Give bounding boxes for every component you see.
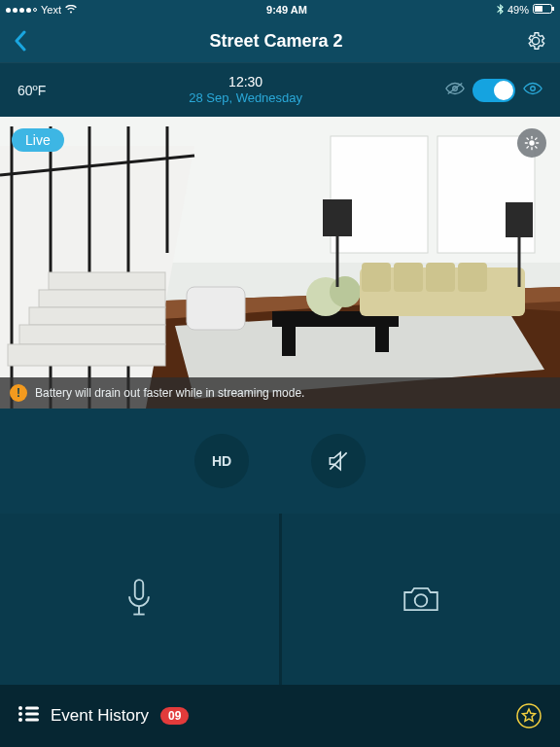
svg-rect-16 xyxy=(375,323,389,352)
bluetooth-icon xyxy=(497,4,504,17)
svg-line-46 xyxy=(527,138,528,139)
camera-icon xyxy=(401,583,441,616)
microphone-icon xyxy=(122,577,156,622)
control-strip: HD xyxy=(0,409,560,514)
svg-rect-58 xyxy=(25,713,39,716)
svg-rect-22 xyxy=(426,263,455,292)
warning-icon: ! xyxy=(10,384,27,402)
talk-button[interactable] xyxy=(0,514,279,685)
eye-on-icon xyxy=(523,81,542,100)
snapshot-button[interactable] xyxy=(282,514,561,685)
warning-text: Battery will drain out faster while in s… xyxy=(35,386,304,400)
status-bar: Yext 9:49 AM 49% xyxy=(0,0,560,19)
svg-point-55 xyxy=(18,706,22,710)
wifi-icon xyxy=(65,4,77,16)
visibility-toggle[interactable] xyxy=(472,79,515,102)
hd-label: HD xyxy=(212,453,231,469)
svg-rect-37 xyxy=(39,290,165,307)
svg-rect-38 xyxy=(29,307,165,325)
datetime-box: 12:30 28 Sep, Wednesday xyxy=(189,74,302,107)
svg-rect-36 xyxy=(49,272,165,290)
status-left: Yext xyxy=(6,4,77,16)
svg-rect-21 xyxy=(394,263,423,292)
svg-rect-60 xyxy=(25,719,39,722)
svg-point-57 xyxy=(18,712,22,716)
settings-button[interactable] xyxy=(525,30,546,52)
svg-point-41 xyxy=(529,140,534,145)
battery-icon xyxy=(533,4,554,16)
eye-off-icon xyxy=(445,81,465,100)
nav-bar: Street Camera 2 xyxy=(0,19,560,62)
svg-rect-40 xyxy=(8,344,165,366)
favorite-button[interactable] xyxy=(515,702,542,729)
svg-rect-23 xyxy=(458,263,487,292)
footer-bar: Event History 09 xyxy=(0,685,560,747)
camera-image xyxy=(0,117,560,409)
visibility-group xyxy=(445,79,542,102)
svg-rect-24 xyxy=(323,199,352,236)
status-right: 49% xyxy=(497,4,554,17)
svg-point-59 xyxy=(18,718,22,722)
signal-dots-icon xyxy=(6,8,37,13)
svg-rect-26 xyxy=(506,202,533,237)
svg-line-48 xyxy=(527,147,528,148)
back-button[interactable] xyxy=(14,30,27,52)
clock-label: 9:49 AM xyxy=(77,4,497,16)
list-icon[interactable] xyxy=(18,705,39,727)
svg-rect-1 xyxy=(535,6,542,12)
svg-rect-15 xyxy=(282,327,296,356)
warning-banner: ! Battery will drain out faster while in… xyxy=(0,377,560,409)
hd-button[interactable]: HD xyxy=(194,434,249,488)
page-title: Street Camera 2 xyxy=(209,31,342,52)
info-row: 60ºF 12:30 28 Sep, Wednesday xyxy=(0,62,560,117)
svg-line-47 xyxy=(536,147,537,148)
battery-pct-label: 49% xyxy=(508,4,529,16)
event-count-badge: 09 xyxy=(160,707,189,725)
svg-point-5 xyxy=(531,86,536,90)
date-label: 28 Sep, Wednesday xyxy=(189,90,302,106)
temperature-label: 60ºF xyxy=(18,83,46,98)
svg-point-18 xyxy=(330,276,361,307)
svg-rect-2 xyxy=(552,7,554,11)
camera-feed[interactable]: Live ! Battery will drain out faster whi… xyxy=(0,117,560,409)
brightness-button[interactable] xyxy=(517,128,546,158)
svg-line-49 xyxy=(536,138,537,139)
event-history-button[interactable]: Event History xyxy=(51,706,149,726)
svg-rect-39 xyxy=(19,325,165,344)
mute-button[interactable] xyxy=(311,434,366,488)
svg-rect-51 xyxy=(135,580,144,599)
svg-rect-28 xyxy=(187,287,245,330)
svg-point-54 xyxy=(414,594,427,607)
carrier-label: Yext xyxy=(41,4,61,16)
time-label: 12:30 xyxy=(189,74,302,91)
svg-rect-20 xyxy=(362,263,391,292)
action-row xyxy=(0,514,560,685)
live-badge: Live xyxy=(12,128,64,152)
svg-rect-56 xyxy=(25,707,39,710)
